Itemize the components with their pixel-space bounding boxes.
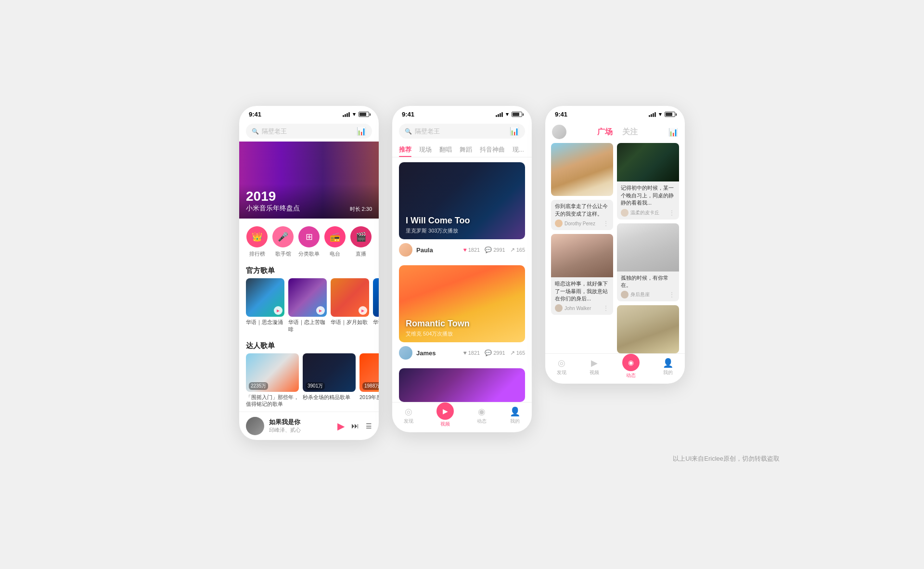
feed-more-1[interactable]: ⋮: [603, 220, 609, 227]
nav-feed-2[interactable]: ◉ 动态: [477, 406, 487, 427]
feed-desc-chair: 孤独的时候，有你常在。: [621, 274, 675, 289]
discover-label-3: 发现: [557, 369, 566, 376]
hero-banner: 2019 小米音乐年终盘点 时长 2:30: [239, 142, 379, 219]
feed-user-row-musician: 温柔的皮卡丘 ⋮: [621, 209, 675, 217]
quick-singer[interactable]: 🎤 歌手馆: [272, 226, 294, 258]
feed-desc-steps: 暗恋这种事，就好像下了一场暴雨，我故意站在你们的身后...: [555, 280, 609, 302]
status-time-2: 9:41: [402, 111, 414, 118]
feed-user-name-musician: 温柔的皮卡丘: [630, 209, 667, 216]
hero-duration: 时长 2:30: [350, 206, 372, 213]
feed-more-steps[interactable]: ⋮: [603, 304, 609, 312]
footer-text: 以上UI来自Ericlee原创，切勿转载盗取: [125, 454, 799, 463]
feed-user-row-1: Dorothy Perez ⋮: [555, 220, 609, 227]
search-placeholder: 隔壁老王: [262, 127, 354, 136]
status-icons-1: ▾: [343, 111, 369, 117]
quick-radio[interactable]: 📻 电台: [324, 226, 346, 258]
tab-square[interactable]: 广场: [597, 127, 613, 137]
tab-live[interactable]: 现场: [419, 142, 432, 157]
play-btn-1[interactable]: ▶: [316, 306, 325, 315]
feed-card-steps[interactable]: 暗恋这种事，就好像下了一场暴雨，我故意站在你们的身后... John Walke…: [551, 234, 613, 315]
playlist-item-3[interactable]: ▶ 华语｜...: [373, 278, 379, 333]
daren-row: 2235万 「围摇入门」那些年，值得铭记的歌单 3901万 秒杀全场的精品歌单 …: [239, 353, 379, 408]
comment-icon-1: 💬: [485, 349, 492, 356]
ranking-label: 排行榜: [249, 250, 265, 258]
nav-profile-2[interactable]: 👤 我的: [510, 406, 520, 427]
playlist-cover-2: ▶: [331, 278, 369, 317]
signal-bars-2: [496, 112, 503, 117]
likes-count-1: 1821: [468, 350, 480, 356]
shares-0: ↗ 165: [510, 246, 525, 253]
nav-discover-3[interactable]: ◎ 发现: [557, 358, 566, 379]
feed-grid: 你到底拿走了什么让今天的我变成了这样。 Dorothy Perez ⋮: [545, 143, 685, 353]
feed-card-bench[interactable]: [551, 143, 613, 196]
official-section-title: 官方歌单: [239, 262, 379, 278]
queue-button[interactable]: ☰: [366, 422, 372, 430]
video-card-0[interactable]: I Will Come Too 里克罗斯 303万次播放: [399, 162, 525, 239]
ranking-icon: 👑: [246, 226, 268, 247]
quick-live[interactable]: 🎬 直播: [350, 226, 372, 258]
user-stats-0: ♥ 1821 💬 2991 ↗ 165: [463, 246, 525, 253]
tab-tiktok[interactable]: 抖音神曲: [480, 142, 505, 157]
tab-more[interactable]: 现...: [513, 142, 524, 157]
quick-category[interactable]: ⊞ 分类歌单: [298, 226, 320, 258]
video-title-1: Romantic Town: [406, 319, 470, 329]
feed-user-avatar-musician: [621, 209, 629, 217]
search-icon-2: 🔍: [405, 128, 412, 135]
daren-cover-2: 1988万: [359, 353, 379, 392]
nav-video-2[interactable]: ▶ 视频: [436, 406, 454, 427]
search-bar-1[interactable]: 🔍 隔壁老王 📊: [246, 124, 372, 139]
bottom-nav-3: ◎ 发现 ▶ 视频 ◉ 动态 👤 我的: [545, 353, 685, 384]
feed-card-desc-1[interactable]: 你到底拿走了什么让今天的我变成了这样。 Dorothy Perez ⋮: [551, 200, 613, 230]
tab-follow[interactable]: 关注: [622, 127, 638, 137]
playlist-item-2[interactable]: ▶ 华语｜岁月如歌: [331, 278, 369, 333]
video-card-2[interactable]: [399, 368, 525, 402]
np-info: 如果我是你 邱峰泽、贰心: [269, 418, 333, 434]
feed-user-row-steps: John Walker ⋮: [555, 304, 609, 312]
tab-recommended[interactable]: 推荐: [399, 142, 411, 157]
quick-ranking[interactable]: 👑 排行榜: [246, 226, 268, 258]
play-btn-0[interactable]: ▶: [274, 306, 282, 315]
playlist-name-3: 华语｜...: [373, 319, 379, 325]
feed-user-avatar-1: [555, 220, 563, 227]
feed-card-musician[interactable]: 记得初中的时候，某一个晚自习上，同桌的静静的看着我... 温柔的皮卡丘 ⋮: [617, 143, 679, 219]
play-btn-2[interactable]: ▶: [359, 306, 367, 315]
play-button[interactable]: ▶: [337, 420, 345, 432]
tab-dance[interactable]: 舞蹈: [460, 142, 472, 157]
feed-img-steps: [551, 234, 613, 277]
search-bar-2[interactable]: 🔍 隔壁老王 📊: [399, 124, 525, 139]
video-sub-0: 里克罗斯 303万次播放: [406, 227, 458, 234]
video-label-3: 视频: [590, 369, 599, 376]
bar4: [348, 112, 350, 117]
np-avatar: [246, 417, 264, 435]
playlist-item-1[interactable]: ▶ 华语｜恋上苦咖啡: [288, 278, 327, 333]
live-label: 直播: [356, 250, 366, 258]
daren-item-1[interactable]: 3901万 秒杀全场的精品歌单: [303, 353, 356, 408]
feed-text-1: 你到底拿走了什么让今天的我变成了这样。 Dorothy Perez ⋮: [551, 200, 613, 230]
daren-item-0[interactable]: 2235万 「围摇入门」那些年，值得铭记的歌单: [246, 353, 299, 408]
nav-discover-2[interactable]: ◎ 发现: [404, 406, 413, 427]
radio-icon: 📻: [324, 226, 346, 247]
nav-video-3[interactable]: ▶ 视频: [590, 358, 599, 379]
discover-label-2: 发现: [404, 418, 413, 425]
category-icon: ⊞: [298, 226, 320, 247]
feed-more-chair[interactable]: ⋮: [668, 291, 675, 298]
tab-cover[interactable]: 翻唱: [439, 142, 452, 157]
nav-profile-3[interactable]: 👤 我的: [663, 358, 673, 379]
feed-user-name-chair: 身后悬崖: [630, 291, 667, 298]
next-button[interactable]: ⏭: [351, 422, 359, 430]
feed-card-guitar[interactable]: [617, 305, 679, 353]
search-text-2: 隔壁老王: [415, 127, 507, 136]
wifi-icon-3: ▾: [659, 111, 662, 117]
user-row-1: James ♥ 1821 💬 2991 ↗ 165: [392, 342, 532, 363]
comment-icon-0: 💬: [485, 246, 492, 253]
feed-label-2: 动态: [477, 418, 487, 425]
daren-item-2[interactable]: 1988万 2019年度欧美热歌: [359, 353, 379, 408]
feed-more-musician[interactable]: ⋮: [668, 209, 675, 217]
video-card-1[interactable]: Romantic Town 艾维克 504万次播放: [399, 265, 525, 342]
profile-label-2: 我的: [510, 418, 520, 425]
nav-feed-3[interactable]: ◉ 动态: [622, 358, 640, 379]
chart-icon-3: 📊: [668, 128, 678, 137]
video-play-icon-2: ▶: [443, 407, 448, 415]
feed-card-chair[interactable]: 孤独的时候，有你常在。 身后悬崖 ⋮: [617, 223, 679, 302]
playlist-item-0[interactable]: ▶ 华语｜思念漩涌: [246, 278, 284, 333]
